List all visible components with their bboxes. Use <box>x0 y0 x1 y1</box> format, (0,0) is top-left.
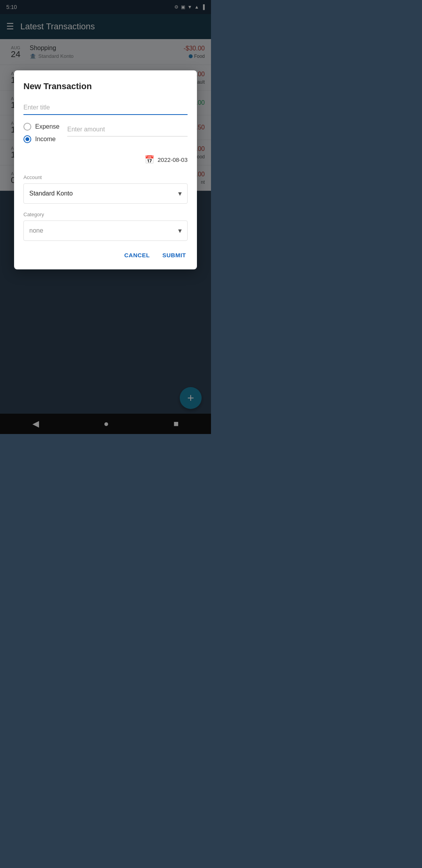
title-input[interactable] <box>23 101 188 115</box>
amount-input[interactable] <box>67 123 188 136</box>
amount-input-wrap <box>67 123 188 136</box>
cancel-button[interactable]: CANCEL <box>123 249 152 262</box>
account-dropdown-value: Standard Konto <box>29 190 73 197</box>
account-label: Account <box>23 174 188 180</box>
category-dropdown-value: none <box>29 227 43 234</box>
income-label: Income <box>35 136 55 143</box>
category-label: Category <box>23 212 188 217</box>
expense-radio[interactable]: Expense <box>23 123 59 131</box>
transaction-type-radio-group: Expense Income <box>23 123 59 143</box>
expense-label: Expense <box>35 123 59 130</box>
dialog-actions: CANCEL SUBMIT <box>23 249 188 262</box>
income-radio-button[interactable] <box>23 135 31 143</box>
date-value: 2022-08-03 <box>157 156 188 163</box>
dialog-title: New Transaction <box>23 81 188 91</box>
account-dropdown[interactable]: Standard Konto ▾ <box>23 183 188 204</box>
income-radio[interactable]: Income <box>23 135 59 143</box>
date-picker-button[interactable]: 📅 2022-08-03 <box>145 152 188 167</box>
submit-button[interactable]: SUBMIT <box>161 249 188 262</box>
chevron-down-icon: ▾ <box>178 189 182 198</box>
calendar-icon: 📅 <box>145 155 154 164</box>
chevron-down-icon: ▾ <box>178 226 182 235</box>
expense-radio-button[interactable] <box>23 123 31 131</box>
category-dropdown[interactable]: none ▾ <box>23 221 188 241</box>
new-transaction-dialog: New Transaction Expense Income 📅 2022 <box>14 70 197 269</box>
